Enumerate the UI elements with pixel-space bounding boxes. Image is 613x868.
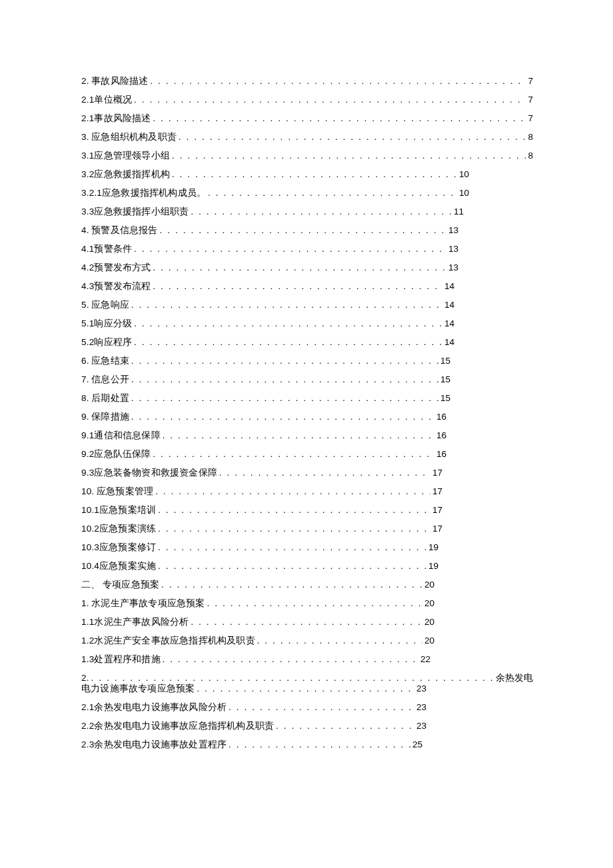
toc-dots — [208, 189, 457, 198]
toc-page-number: 17 — [432, 506, 442, 515]
toc-dots — [163, 431, 434, 440]
toc-entry: 9.2应急队伍保障16 — [81, 450, 533, 459]
toc-page-number: 13 — [448, 226, 458, 235]
toc-label: 二、 专项应急预案 — [81, 580, 159, 590]
toc-page-number: 10 — [459, 170, 469, 179]
toc-dots — [172, 170, 457, 179]
toc-dots — [191, 207, 452, 217]
toc-dots — [153, 263, 446, 272]
toc-label: 1.3处置程序和措施 — [81, 655, 161, 664]
toc-label: 5. 应急响应 — [81, 300, 129, 310]
toc-label: 2.2余热发电电力设施事故应急指挥机构及职责 — [81, 721, 274, 731]
toc-entry: 1.3处置程序和措施22 — [81, 655, 533, 664]
toc-wrap-tail: 余热发电 — [496, 673, 533, 683]
toc-dots — [161, 580, 422, 590]
toc-dots — [219, 468, 430, 478]
toc-entry: 4.3预警发布流程14 — [81, 282, 533, 291]
toc-entry: 3. 应急组织机构及职责8 — [81, 133, 533, 142]
toc-entry: 9. 保障措施16 — [81, 412, 533, 422]
toc-entry: 3.2应急救援指挥机构10 — [81, 170, 533, 179]
toc-entry: 10.3应急预案修订19 — [81, 543, 533, 552]
toc-entry: 1.2水泥生产安全事故应急指挥机构及职责20 — [81, 636, 533, 646]
toc-page-number: 22 — [420, 655, 430, 664]
toc-page-number: 25 — [412, 740, 422, 749]
toc-entry: 2.1单位概况7 — [81, 95, 533, 105]
toc-dots — [131, 394, 438, 403]
toc-page-number: 11 — [454, 207, 464, 217]
toc-entry: 4.1预警条件13 — [81, 244, 533, 254]
toc-label: 电力设施事故专项应急预案 — [81, 684, 195, 693]
toc-page-number: 23 — [416, 703, 426, 712]
toc-page-number: 15 — [440, 375, 450, 384]
toc-dots — [134, 95, 526, 105]
toc-dots — [131, 375, 438, 384]
toc-dots — [158, 524, 430, 534]
toc-page-number: 17 — [432, 487, 442, 496]
toc-entry: 4. 预警及信息报告13 — [81, 226, 533, 235]
toc-label: 4.2预警发布方式 — [81, 263, 151, 272]
toc-page-number: 7 — [528, 77, 533, 86]
toc-page-number: 14 — [444, 282, 454, 291]
toc-label: 8. 后期处置 — [81, 394, 129, 403]
toc-entry: 2.3余热发电电力设施事故处置程序25 — [81, 740, 533, 749]
toc-label: 9.1通信和信息保障 — [81, 431, 161, 440]
toc-entry: 3.1应急管理领导小组8 — [81, 151, 533, 161]
toc-dots — [155, 487, 430, 496]
toc-entry: 2.2余热发电电力设施事故应急指挥机构及职责23 — [81, 721, 533, 731]
toc-entry: 二、 专项应急预案20 — [81, 580, 533, 590]
toc-entry: 10.2应急预案演练17 — [81, 524, 533, 534]
toc-entry: 7. 信息公开15 — [81, 375, 533, 384]
toc-page-number: 13 — [448, 244, 458, 254]
toc-page-number: 20 — [424, 618, 434, 627]
toc-entry: 10. 应急预案管理17 — [81, 487, 533, 496]
toc-page-number: 23 — [416, 721, 426, 731]
toc-label: 2.1事故风险描述 — [81, 114, 151, 123]
toc-page-number: 14 — [444, 300, 454, 310]
toc-page-number: 20 — [424, 580, 434, 590]
toc-page-number: 7 — [528, 95, 533, 105]
toc-dots — [276, 721, 414, 731]
toc-dots — [158, 562, 426, 571]
toc-label: 5.1响应分级 — [81, 319, 132, 328]
toc-entry: 10.1应急预案培训17 — [81, 506, 533, 515]
toc-dots — [179, 133, 526, 142]
toc-label: 6. 应急结束 — [81, 356, 129, 366]
toc-page-number: 20 — [424, 636, 434, 646]
toc-label: 2. 事故风险描述 — [81, 77, 148, 86]
toc-label: 2.3余热发电电力设施事故处置程序 — [81, 740, 227, 749]
toc-page-number: 15 — [440, 356, 450, 366]
toc-dots — [134, 244, 446, 254]
toc-entry: 2.1事故风险描述7 — [81, 114, 533, 123]
toc-entry: 9.1通信和信息保障16 — [81, 431, 533, 440]
toc-label: 9. 保障措施 — [81, 412, 129, 422]
toc-dots — [91, 673, 494, 683]
toc-page-number: 16 — [436, 431, 446, 440]
toc-page-number: 10 — [459, 189, 469, 198]
toc-entry: 9.3应急装备物资和救援资金保障17 — [81, 468, 533, 478]
toc-page-number: 16 — [436, 450, 446, 459]
toc-entry: 1.1水泥生产事故风险分析20 — [81, 618, 533, 627]
toc-dots — [131, 300, 442, 310]
toc-dots — [131, 412, 434, 422]
toc-entry: 10.4应急预案实施19 — [81, 562, 533, 571]
toc-entry: 3.3应急救援指挥小组职责11 — [81, 207, 533, 217]
toc-label: 3.1应急管理领导小组 — [81, 151, 170, 161]
toc-entry: 5. 应急响应14 — [81, 300, 533, 310]
toc-dots — [158, 506, 430, 515]
toc-page-number: 15 — [440, 394, 450, 403]
toc-label: 7. 信息公开 — [81, 375, 129, 384]
toc-label: 3.3应急救援指挥小组职责 — [81, 207, 189, 217]
toc-page-number: 8 — [528, 133, 533, 142]
toc-label: 10.2应急预案演练 — [81, 524, 156, 534]
toc-dots — [257, 636, 422, 646]
toc-entry: 5.1响应分级14 — [81, 319, 533, 328]
toc-entry: 电力设施事故专项应急预案23 — [81, 684, 533, 693]
toc-page-number: 23 — [416, 684, 426, 693]
toc-label: 9.2应急队伍保障 — [81, 450, 151, 459]
toc-entry-wrapped: 2.余热发电 — [81, 673, 533, 683]
toc-dots — [150, 77, 526, 86]
table-of-contents: 2. 事故风险描述72.1单位概况72.1事故风险描述73. 应急组织机构及职责… — [81, 77, 533, 749]
toc-label: 2. — [81, 673, 89, 683]
toc-entry: 5.2响应程序14 — [81, 338, 533, 347]
toc-page-number: 8 — [528, 151, 533, 161]
